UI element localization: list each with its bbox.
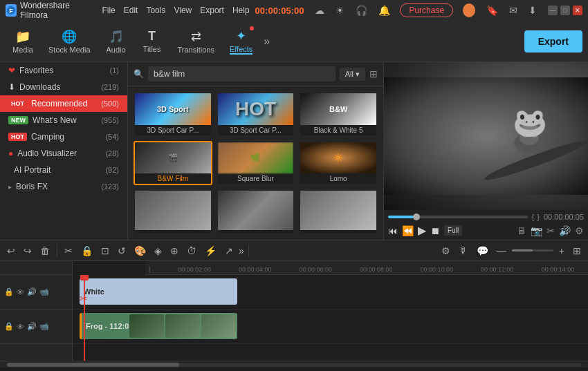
captions-button[interactable]: 💬 <box>474 244 491 258</box>
cut-icon[interactable]: ✂ <box>546 225 555 236</box>
track1-cam-icon[interactable]: 📹 <box>39 287 49 296</box>
effect-item-sport2[interactable]: HOT 3D Sport Car P... <box>217 92 295 137</box>
effect-item-gray1[interactable] <box>134 189 212 234</box>
toolbar-audio[interactable]: 🎵 Audio <box>99 23 134 59</box>
sun-icon[interactable]: ☀ <box>336 5 344 16</box>
bookmark-icon[interactable]: 🔖 <box>486 5 498 16</box>
ruler-header <box>0 261 73 275</box>
panel-downloads[interactable]: ⬇ Downloads (219) <box>0 79 127 95</box>
delete-button[interactable]: 🗑 <box>37 244 53 258</box>
export-button[interactable]: Export <box>524 30 582 53</box>
undo-button[interactable]: ↩ <box>4 244 18 258</box>
menu-help[interactable]: Help <box>232 6 250 15</box>
monitor-icon[interactable]: 🖥 <box>517 225 526 236</box>
minimize-button[interactable]: — <box>548 6 558 15</box>
search-input[interactable] <box>148 66 336 82</box>
panel-whats-new[interactable]: NEW What's New (955) <box>0 112 127 129</box>
scissors-indicator: ✂ <box>80 293 88 304</box>
headset-icon[interactable]: 🎧 <box>356 5 367 16</box>
panel-audio-visualizer[interactable]: ● Audio Visualizer (28) <box>0 145 127 162</box>
effect-thumb-bw5: B&W <box>300 93 376 125</box>
play-button[interactable]: ▶ <box>418 224 426 237</box>
track2-eye-icon[interactable]: 👁 <box>17 323 24 331</box>
camera-snap-icon[interactable]: 📷 <box>531 225 542 236</box>
menu-export[interactable]: Export <box>200 6 224 15</box>
panel-recommended[interactable]: HOT Recommended (500) <box>0 95 127 112</box>
menu-view[interactable]: View <box>174 6 192 15</box>
progress-handle[interactable] <box>413 213 420 220</box>
grid-view-button[interactable]: ⊞ <box>369 68 378 79</box>
effect-item-bw5[interactable]: B&W Black & White 5 <box>299 92 378 137</box>
toolbar-media[interactable]: 📁 Media <box>6 23 40 59</box>
track2-audio-icon[interactable]: 🔊 <box>27 322 37 331</box>
effect-item-gray2[interactable] <box>217 189 295 234</box>
skip-back-button[interactable]: ⏮ <box>388 225 398 236</box>
plus-zoom-button[interactable]: + <box>556 244 567 258</box>
timeline-more-icon[interactable]: » <box>239 245 244 256</box>
panel-favorites[interactable]: ❤ Favorites (1) <box>0 62 127 79</box>
toolbar-stock-media[interactable]: 🌐 Stock Media <box>42 23 98 59</box>
settings-tl-button[interactable]: ⚙ <box>439 244 453 258</box>
toolbar-transitions[interactable]: ⇄ Transitions <box>171 23 221 59</box>
playhead-handle[interactable] <box>80 275 89 280</box>
panel-boris-fx[interactable]: ▸ Boris FX (123) <box>0 178 127 195</box>
settings-icon[interactable]: ⚙ <box>575 225 584 236</box>
minus-zoom-button[interactable]: — <box>494 244 509 258</box>
menu-edit[interactable]: Edit <box>124 6 138 15</box>
effect-item-bwfilm[interactable]: 🎬 B&W Film <box>134 141 212 186</box>
track1-eye-icon[interactable]: 👁 <box>17 288 24 296</box>
search-icon: 🔍 <box>134 69 144 79</box>
download-icon[interactable]: ⬇ <box>529 5 537 16</box>
audio-tl-button[interactable]: 🎙 <box>456 244 471 258</box>
clip-white[interactable]: White <box>80 278 237 305</box>
volume-icon[interactable]: 🔊 <box>559 225 571 236</box>
track2-cam-icon[interactable]: 📹 <box>39 322 49 331</box>
fit-button[interactable]: ⊞ <box>570 244 584 258</box>
redo-button[interactable]: ↪ <box>21 244 35 258</box>
maximize-button[interactable]: □ <box>560 6 570 15</box>
scrollbar-thumb[interactable] <box>7 363 179 367</box>
effect-item-squarblur[interactable]: 🌿 Square Blur <box>217 141 295 186</box>
effect-thumb-bwfilm: 🎬 <box>135 142 211 174</box>
effect-thumb-sport2: HOT <box>218 93 294 125</box>
crop-button[interactable]: ⊡ <box>98 244 112 258</box>
panel-camping[interactable]: HOT Camping (54) <box>0 129 127 145</box>
transform-button[interactable]: ↺ <box>115 244 129 258</box>
toolbar-titles[interactable]: T Titles <box>135 23 169 59</box>
bell-icon[interactable]: 🔔 <box>378 5 390 16</box>
track2-lock-icon[interactable]: 🔒 <box>4 322 14 331</box>
stabilize-button[interactable]: ⊕ <box>167 244 181 258</box>
track1-audio-icon[interactable]: 🔊 <box>27 287 37 296</box>
close-button[interactable]: ✕ <box>573 6 582 15</box>
cloud-icon[interactable]: ☁ <box>315 5 324 16</box>
progress-bar[interactable] <box>388 216 528 218</box>
purchase-button[interactable]: Purchase <box>400 3 453 17</box>
user-avatar[interactable] <box>463 3 475 17</box>
stop-button[interactable]: ⏹ <box>430 225 440 236</box>
clip-frog[interactable]: Frog - 112:03 <box>80 313 237 339</box>
effect-item-sport1[interactable]: 3D Sport 3D Sport Car P... <box>134 92 212 137</box>
step-back-button[interactable]: ⏪ <box>402 225 414 236</box>
cut-timeline-button[interactable]: ✂ <box>62 244 75 258</box>
track1-lock-icon[interactable]: 🔒 <box>4 287 14 296</box>
toolbar-effects[interactable]: ✦ Effects <box>223 23 259 59</box>
timeline-scrollbar[interactable] <box>0 361 588 368</box>
zoom-slider[interactable] <box>512 249 553 251</box>
lock-button[interactable]: 🔒 <box>78 244 95 258</box>
speed-button[interactable]: ⏱ <box>184 244 199 258</box>
effect-item-lomo[interactable]: 🔆 Lomo <box>299 141 378 186</box>
fullscreen-button[interactable]: Full <box>444 225 462 236</box>
effect-item-gray3[interactable] <box>299 189 378 234</box>
panel-ai-portrait[interactable]: AI Portrait (92) <box>0 162 127 178</box>
effect-label-lomo: Lomo <box>300 173 376 184</box>
motion-button[interactable]: ↗ <box>222 244 236 258</box>
mask-button[interactable]: ◈ <box>151 244 165 258</box>
more-tools-icon[interactable]: » <box>261 32 273 50</box>
color-button[interactable]: 🎨 <box>131 244 149 258</box>
ai-button[interactable]: ⚡ <box>202 244 219 258</box>
playhead[interactable] <box>84 275 85 361</box>
filter-button[interactable]: All ▾ <box>340 68 365 81</box>
menu-file[interactable]: File <box>102 6 115 15</box>
menu-tools[interactable]: Tools <box>146 6 165 15</box>
message-icon[interactable]: ✉ <box>509 5 517 16</box>
